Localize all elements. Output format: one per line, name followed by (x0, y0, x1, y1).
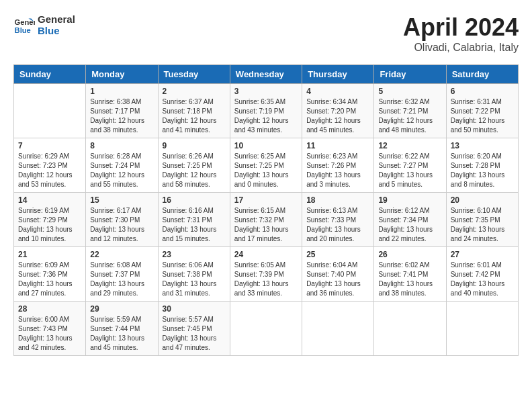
day-number: 28 (18, 304, 81, 314)
calendar-cell: 27Sunrise: 6:01 AM Sunset: 7:42 PM Dayli… (446, 247, 518, 302)
day-number: 29 (90, 304, 153, 314)
column-header-thursday: Thursday (302, 65, 374, 84)
calendar-cell: 26Sunrise: 6:02 AM Sunset: 7:41 PM Dayli… (374, 247, 446, 302)
day-info: Sunrise: 6:00 AM Sunset: 7:43 PM Dayligh… (18, 315, 81, 353)
day-number: 26 (378, 250, 441, 259)
calendar-cell: 24Sunrise: 6:05 AM Sunset: 7:39 PM Dayli… (230, 247, 302, 302)
calendar-cell: 19Sunrise: 6:12 AM Sunset: 7:34 PM Dayli… (374, 193, 446, 247)
day-info: Sunrise: 6:17 AM Sunset: 7:30 PM Dayligh… (90, 206, 153, 244)
calendar-cell: 3Sunrise: 6:35 AM Sunset: 7:19 PM Daylig… (230, 84, 302, 138)
calendar-cell: 22Sunrise: 6:08 AM Sunset: 7:37 PM Dayli… (86, 247, 158, 302)
calendar-cell: 8Sunrise: 6:28 AM Sunset: 7:24 PM Daylig… (86, 138, 158, 193)
day-info: Sunrise: 6:32 AM Sunset: 7:21 PM Dayligh… (378, 97, 441, 135)
day-number: 18 (306, 195, 369, 205)
page-header: General Blue General Blue April 2024 Oli… (13, 13, 519, 54)
calendar-cell: 10Sunrise: 6:25 AM Sunset: 7:25 PM Dayli… (230, 138, 302, 193)
calendar-cell: 17Sunrise: 6:15 AM Sunset: 7:32 PM Dayli… (230, 193, 302, 247)
day-info: Sunrise: 6:12 AM Sunset: 7:34 PM Dayligh… (378, 206, 441, 244)
column-header-friday: Friday (374, 65, 446, 84)
calendar-cell: 14Sunrise: 6:19 AM Sunset: 7:29 PM Dayli… (14, 193, 86, 247)
calendar-table: SundayMondayTuesdayWednesdayThursdayFrid… (13, 64, 519, 356)
calendar-cell: 2Sunrise: 6:37 AM Sunset: 7:18 PM Daylig… (158, 84, 230, 138)
calendar-cell: 30Sunrise: 5:57 AM Sunset: 7:45 PM Dayli… (158, 302, 230, 356)
day-number: 23 (163, 250, 226, 259)
day-info: Sunrise: 6:02 AM Sunset: 7:41 PM Dayligh… (378, 261, 441, 298)
calendar-cell: 11Sunrise: 6:23 AM Sunset: 7:26 PM Dayli… (302, 138, 374, 193)
calendar-cell: 7Sunrise: 6:29 AM Sunset: 7:23 PM Daylig… (14, 138, 86, 193)
day-info: Sunrise: 6:05 AM Sunset: 7:39 PM Dayligh… (234, 261, 298, 298)
calendar-cell (446, 302, 518, 356)
day-info: Sunrise: 6:19 AM Sunset: 7:29 PM Dayligh… (18, 206, 81, 244)
day-info: Sunrise: 6:13 AM Sunset: 7:33 PM Dayligh… (306, 206, 369, 244)
column-header-sunday: Sunday (14, 65, 86, 84)
day-info: Sunrise: 6:04 AM Sunset: 7:40 PM Dayligh… (306, 261, 369, 298)
day-number: 27 (451, 250, 514, 259)
day-info: Sunrise: 6:10 AM Sunset: 7:35 PM Dayligh… (451, 206, 514, 244)
day-info: Sunrise: 5:57 AM Sunset: 7:45 PM Dayligh… (163, 315, 226, 353)
day-number: 9 (163, 141, 226, 150)
location: Olivadi, Calabria, Italy (403, 42, 519, 54)
day-number: 13 (451, 141, 514, 150)
week-row-1: 1Sunrise: 6:38 AM Sunset: 7:17 PM Daylig… (14, 84, 519, 138)
day-number: 10 (234, 141, 298, 150)
day-number: 1 (90, 87, 153, 96)
day-number: 21 (18, 250, 81, 259)
logo-icon: General Blue (13, 14, 35, 36)
day-number: 2 (163, 87, 226, 96)
calendar-cell: 1Sunrise: 6:38 AM Sunset: 7:17 PM Daylig… (86, 84, 158, 138)
day-number: 17 (234, 195, 298, 205)
svg-text:Blue: Blue (15, 26, 31, 34)
day-number: 16 (163, 195, 226, 205)
calendar-cell: 4Sunrise: 6:34 AM Sunset: 7:20 PM Daylig… (302, 84, 374, 138)
week-row-3: 14Sunrise: 6:19 AM Sunset: 7:29 PM Dayli… (14, 193, 519, 247)
day-info: Sunrise: 6:25 AM Sunset: 7:25 PM Dayligh… (234, 152, 298, 189)
logo-line2: Blue (38, 25, 75, 36)
calendar-cell: 28Sunrise: 6:00 AM Sunset: 7:43 PM Dayli… (14, 302, 86, 356)
month-title: April 2024 (403, 13, 519, 42)
calendar-cell: 29Sunrise: 5:59 AM Sunset: 7:44 PM Dayli… (86, 302, 158, 356)
calendar-cell: 5Sunrise: 6:32 AM Sunset: 7:21 PM Daylig… (374, 84, 446, 138)
week-row-5: 28Sunrise: 6:00 AM Sunset: 7:43 PM Dayli… (14, 302, 519, 356)
calendar-cell: 18Sunrise: 6:13 AM Sunset: 7:33 PM Dayli… (302, 193, 374, 247)
day-info: Sunrise: 6:09 AM Sunset: 7:36 PM Dayligh… (18, 261, 81, 298)
day-info: Sunrise: 5:59 AM Sunset: 7:44 PM Dayligh… (90, 315, 153, 353)
day-info: Sunrise: 6:31 AM Sunset: 7:22 PM Dayligh… (451, 97, 514, 135)
day-info: Sunrise: 6:20 AM Sunset: 7:28 PM Dayligh… (451, 152, 514, 189)
calendar-cell: 12Sunrise: 6:22 AM Sunset: 7:27 PM Dayli… (374, 138, 446, 193)
day-info: Sunrise: 6:35 AM Sunset: 7:19 PM Dayligh… (234, 97, 298, 135)
calendar-cell (302, 302, 374, 356)
day-number: 25 (306, 250, 369, 259)
day-number: 4 (306, 87, 369, 96)
day-number: 12 (378, 141, 441, 150)
day-number: 20 (451, 195, 514, 205)
day-info: Sunrise: 6:08 AM Sunset: 7:37 PM Dayligh… (90, 261, 153, 298)
day-number: 24 (234, 250, 298, 259)
day-info: Sunrise: 6:01 AM Sunset: 7:42 PM Dayligh… (451, 261, 514, 298)
day-info: Sunrise: 6:38 AM Sunset: 7:17 PM Dayligh… (90, 97, 153, 135)
day-number: 14 (18, 195, 81, 205)
calendar-header-row: SundayMondayTuesdayWednesdayThursdayFrid… (14, 65, 519, 84)
column-header-monday: Monday (86, 65, 158, 84)
day-number: 19 (378, 195, 441, 205)
calendar-cell: 20Sunrise: 6:10 AM Sunset: 7:35 PM Dayli… (446, 193, 518, 247)
day-number: 3 (234, 87, 298, 96)
day-info: Sunrise: 6:23 AM Sunset: 7:26 PM Dayligh… (306, 152, 369, 189)
day-info: Sunrise: 6:28 AM Sunset: 7:24 PM Dayligh… (90, 152, 153, 189)
logo: General Blue General Blue (13, 13, 75, 36)
calendar-cell: 15Sunrise: 6:17 AM Sunset: 7:30 PM Dayli… (86, 193, 158, 247)
day-number: 5 (378, 87, 441, 96)
week-row-2: 7Sunrise: 6:29 AM Sunset: 7:23 PM Daylig… (14, 138, 519, 193)
calendar-cell (374, 302, 446, 356)
day-info: Sunrise: 6:26 AM Sunset: 7:25 PM Dayligh… (163, 152, 226, 189)
calendar-cell: 9Sunrise: 6:26 AM Sunset: 7:25 PM Daylig… (158, 138, 230, 193)
calendar-cell: 6Sunrise: 6:31 AM Sunset: 7:22 PM Daylig… (446, 84, 518, 138)
day-number: 15 (90, 195, 153, 205)
calendar-cell: 13Sunrise: 6:20 AM Sunset: 7:28 PM Dayli… (446, 138, 518, 193)
week-row-4: 21Sunrise: 6:09 AM Sunset: 7:36 PM Dayli… (14, 247, 519, 302)
day-info: Sunrise: 6:37 AM Sunset: 7:18 PM Dayligh… (163, 97, 226, 135)
day-number: 11 (306, 141, 369, 150)
day-info: Sunrise: 6:06 AM Sunset: 7:38 PM Dayligh… (163, 261, 226, 298)
column-header-tuesday: Tuesday (158, 65, 230, 84)
calendar-cell (230, 302, 302, 356)
day-info: Sunrise: 6:22 AM Sunset: 7:27 PM Dayligh… (378, 152, 441, 189)
